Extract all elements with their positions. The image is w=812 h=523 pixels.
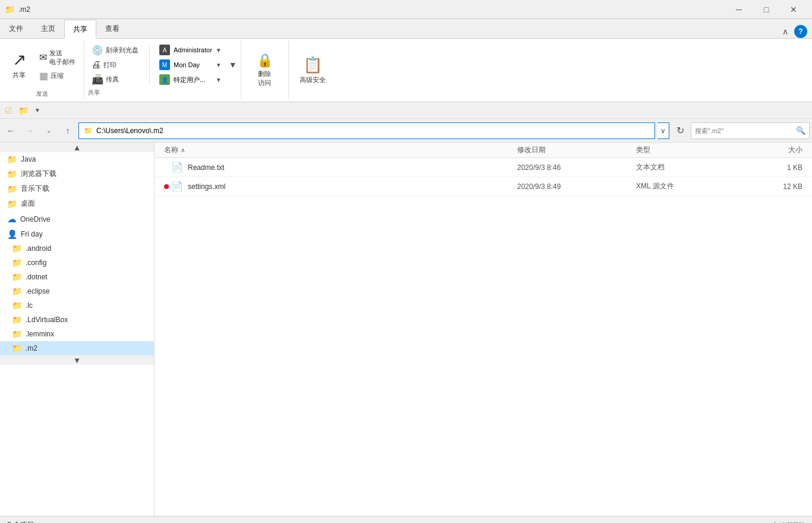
sidebar-m2-label: .m2: [26, 344, 37, 352]
share-group-label: 共享: [88, 86, 237, 97]
refresh-button[interactable]: ↻: [672, 122, 688, 139]
sidebar-item-dotnet[interactable]: 📁 .dotnet: [0, 270, 154, 284]
admin-name: Administrator: [174, 46, 212, 53]
minimize-button[interactable]: ─: [725, 0, 753, 19]
users-expand-btn[interactable]: ▼: [229, 60, 237, 70]
main-content: ▲ 📁 Java 📁 浏览器下载 📁 音乐下载 📁 桌面 ☁ OneDrive …: [0, 143, 812, 516]
tab-home[interactable]: 主页: [32, 19, 64, 38]
quick-folder-icon[interactable]: 📁: [16, 105, 31, 116]
fax-button[interactable]: 📠 传真: [88, 73, 142, 86]
quick-access-bar: ☑ 📁 ▼: [0, 102, 812, 119]
compress-icon: ▦: [39, 70, 48, 81]
sidebar-item-eclipse[interactable]: 📁 .eclipse: [0, 284, 154, 298]
address-bar[interactable]: 📁 C:\Users\Lenovo\.m2: [78, 122, 655, 139]
email-button[interactable]: ✉ 发送电子邮件: [36, 48, 79, 68]
sort-arrow: ∧: [181, 147, 185, 153]
desktop-folder-icon: 📁: [7, 199, 17, 209]
tab-share[interactable]: 共享: [64, 20, 96, 39]
lemminx-folder-icon: 📁: [12, 329, 22, 339]
print-label: 打印: [103, 61, 117, 70]
print-button[interactable]: 🖨 打印: [88, 58, 142, 71]
settings-dot: [164, 184, 169, 189]
config-folder-icon: 📁: [12, 258, 22, 267]
compress-button[interactable]: ▦ 压缩: [36, 69, 79, 83]
sidebar-item-browser-dl[interactable]: 📁 浏览器下载: [0, 166, 154, 181]
sidebar-ldvbox-label: .LdVirtualBox: [26, 316, 68, 324]
advanced-security-button[interactable]: 📋 高级安全: [295, 53, 331, 87]
ribbon-group-delete-content: 🔒 删除访问: [250, 42, 279, 98]
sidebar-android-label: .android: [26, 244, 51, 253]
tab-file[interactable]: 文件: [0, 19, 32, 38]
delete-access-button[interactable]: 🔒 删除访问: [250, 51, 279, 90]
forward-button[interactable]: →: [21, 122, 38, 139]
col-name-label: 名称: [164, 145, 178, 155]
sidebar-item-onedrive[interactable]: ☁ OneDrive: [0, 211, 154, 227]
friday-user-icon: 👤: [7, 229, 17, 239]
ribbon-group-advanced-content: 📋 高级安全: [295, 42, 331, 98]
sidebar-config-label: .config: [26, 259, 46, 267]
ribbon-content: ↗ 共享 ✉ 发送电子邮件 ▦ 压缩 发送 💿 刻录到: [0, 39, 812, 102]
java-folder-icon: 📁: [7, 155, 17, 164]
file-row-readme[interactable]: 📄 Readme.txt 2020/9/3 8:46 文本文档 1 KB: [155, 158, 812, 177]
maximize-button[interactable]: □: [753, 0, 780, 19]
share-main-button[interactable]: ↗ 共享: [5, 48, 33, 82]
tab-view[interactable]: 查看: [96, 19, 128, 38]
column-name[interactable]: 名称 ∧: [164, 145, 517, 155]
sidebar-item-m2[interactable]: 📁 .m2: [0, 341, 154, 355]
monday-name: Mon Day: [174, 61, 200, 68]
ribbon-group-advanced: 📋 高级安全: [289, 41, 336, 99]
sidebar-item-desktop[interactable]: 📁 桌面: [0, 196, 154, 211]
sidebar-item-music-dl[interactable]: 📁 音乐下载: [0, 181, 154, 196]
burn-button[interactable]: 💿 刻录到光盘: [88, 43, 142, 57]
fax-icon: 📠: [92, 74, 103, 85]
quick-dropdown-icon[interactable]: ▼: [32, 106, 43, 115]
monday-dropdown: ▼: [216, 62, 222, 68]
title-folder-icon: 📁: [5, 5, 15, 14]
share-user-special[interactable]: 👤 特定用户... ▼: [157, 73, 224, 86]
m2-folder-icon: 📁: [12, 344, 22, 353]
sidebar-item-android[interactable]: 📁 .android: [0, 241, 154, 256]
column-type[interactable]: 类型: [636, 145, 743, 155]
help-button[interactable]: ?: [794, 25, 807, 38]
burn-print-fax-group: 💿 刻录到光盘 🖨 打印 📠 传真: [88, 43, 142, 86]
send-group-label: 发送: [36, 87, 48, 98]
sidebar-scroll-down[interactable]: ▼: [0, 355, 154, 365]
share-icon: ↗: [12, 50, 26, 70]
file-row-settings[interactable]: 📄 settings.xml 2020/9/3 8:49 XML 源文件 12 …: [155, 177, 812, 196]
recent-button[interactable]: ⌄: [40, 122, 57, 139]
sidebar-item-lemminx[interactable]: 📁 .lemminx: [0, 327, 154, 341]
column-date[interactable]: 修改日期: [517, 145, 636, 155]
lc-folder-icon: 📁: [12, 301, 22, 310]
sidebar-item-java[interactable]: 📁 Java: [0, 152, 154, 166]
up-button[interactable]: ↑: [59, 122, 76, 139]
title-bar-left: 📁 .m2: [5, 5, 30, 14]
fax-label: 传真: [106, 75, 119, 84]
sidebar-dotnet-label: .dotnet: [26, 273, 48, 281]
advanced-label: 高级安全: [300, 75, 326, 84]
sidebar-item-config[interactable]: 📁 .config: [0, 256, 154, 270]
readme-date: 2020/9/3 8:46: [517, 163, 636, 172]
watermark-text: 创新互联: [781, 521, 805, 524]
lock-icon: 🔒: [257, 53, 273, 68]
address-dropdown-btn[interactable]: ∨: [657, 122, 669, 139]
sidebar-scroll-up[interactable]: ▲: [0, 143, 154, 152]
settings-file-icon: 📄: [171, 181, 183, 192]
burn-icon: 💿: [92, 45, 103, 56]
close-button[interactable]: ✕: [780, 0, 807, 19]
sidebar-item-friday[interactable]: 👤 Fri day: [0, 227, 154, 241]
collapse-ribbon-btn[interactable]: ∧: [782, 27, 788, 36]
music-folder-icon: 📁: [7, 184, 17, 194]
admin-dropdown: ▼: [216, 47, 222, 53]
search-input[interactable]: [695, 127, 794, 134]
share-user-monday[interactable]: M Mon Day ▼: [157, 58, 224, 71]
sidebar-item-lc[interactable]: 📁 .lc: [0, 298, 154, 313]
settings-size: 12 KB: [743, 182, 802, 191]
readme-type: 文本文档: [636, 162, 743, 172]
share-user-admin[interactable]: A Administrator ▼: [157, 43, 224, 56]
search-icon[interactable]: 🔍: [796, 126, 805, 135]
quick-check-icon[interactable]: ☑: [2, 105, 15, 116]
column-size[interactable]: 大小: [743, 145, 802, 155]
admin-avatar: A: [159, 45, 170, 55]
back-button[interactable]: ←: [2, 122, 19, 139]
sidebar-item-ldvirtualbox[interactable]: 📁 .LdVirtualBox: [0, 313, 154, 327]
